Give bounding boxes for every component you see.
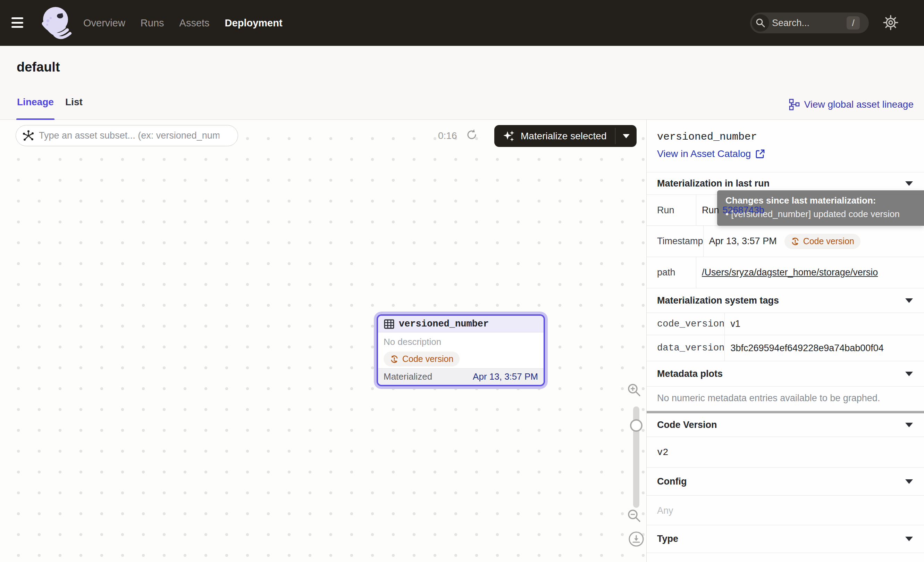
code-version-badge-label: Code version [803,236,854,246]
section-label: Code Version [657,419,717,430]
table-row-data-version: data_version 3bfc269594ef649228e9a74bab0… [646,335,924,361]
code-version-badge-label: Code version [402,354,453,364]
config-value-row: Any [646,495,924,525]
materialized-status: Materialized [384,371,432,382]
tag-key: data_version [646,335,725,361]
asset-node-body: No description Code version [378,332,544,367]
run-id-link[interactable]: 5268743b [723,205,764,216]
section-metadata-plots[interactable]: Metadata plots [646,361,924,386]
section-materialization-system-tags[interactable]: Materialization system tags [646,288,924,313]
zoom-in-button[interactable] [626,382,642,398]
run-row-label: Run [646,195,696,225]
section-label: Type [657,533,678,544]
table-row-timestamp: Timestamp Apr 13, 3:57 PM Code version [646,225,924,257]
tag-value: v1 [725,313,924,335]
code-version-value-row: v2 [646,437,924,467]
download-image-button[interactable] [628,531,644,547]
asset-node-name: versioned_number [399,319,489,329]
path-link[interactable]: /Users/sryza/dagster_home/storage/versio [702,267,878,278]
materialize-selected-button[interactable]: Materialize selected [494,125,637,147]
code-version-value: v2 [657,447,924,458]
section-label: Materialization system tags [657,295,779,306]
search-input[interactable] [772,18,834,29]
dagster-logo-icon[interactable] [39,6,75,41]
top-nav: Overview Runs Assets Deployment / [0,0,924,46]
hamburger-menu-icon[interactable] [12,17,23,28]
section-code-version[interactable]: Code Version [646,413,924,437]
type-row-bottom-border [646,553,924,553]
asset-node-versioned-number[interactable]: versioned_number No description Code ver… [376,314,545,386]
run-prefix: Run [702,205,719,216]
external-link-icon [755,149,765,159]
code-version-badge[interactable]: Code version [384,352,460,367]
tabs-bar: Lineage List View global asset lineage [0,90,924,120]
chevron-down-icon[interactable] [905,181,913,186]
section-type[interactable]: Type [646,525,924,553]
tag-key: code_version [646,313,725,335]
config-value: Any [657,505,924,516]
panel-asset-name: versioned_number [657,131,757,143]
chevron-down-icon[interactable] [905,423,913,427]
panel-section-divider [646,411,924,413]
nav-item-deployment[interactable]: Deployment [225,17,282,29]
lineage-canvas[interactable]: 0:16 Materialize selected versioned_numb… [0,120,646,562]
global-lineage-label: View global asset lineage [804,99,914,110]
run-row-value: Run 5268743b [696,195,924,225]
asset-subset-filter[interactable] [16,125,238,146]
table-icon [384,319,394,330]
path-row-label: path [646,257,696,288]
tab-lineage[interactable]: Lineage [17,96,54,108]
section-label: Config [657,476,687,487]
tab-list[interactable]: List [65,96,82,108]
metadata-empty-text: No numeric metadata entries available to… [657,393,880,404]
refresh-countdown: 0:16 [438,130,457,141]
op-selector-icon [22,129,35,142]
nav-item-runs[interactable]: Runs [141,17,164,29]
section-label: Metadata plots [657,368,723,379]
chevron-down-icon[interactable] [905,536,913,541]
materialize-dropdown-button[interactable] [615,125,637,147]
metadata-empty-row: No numeric metadata entries available to… [646,386,924,411]
page-header: default Asset Group in vanilla_asset_wit… [0,46,924,90]
asset-detail-panel: versioned_number View in Asset Catalog M… [646,120,924,562]
table-row-code-version: code_version v1 [646,313,924,335]
view-in-asset-catalog-link[interactable]: View in Asset Catalog [657,148,765,159]
sparkle-icon [502,129,516,143]
asset-node-header: versioned_number [378,316,544,332]
table-row-run: Run Run 5268743b [646,194,924,225]
settings-gear-icon[interactable] [883,15,898,30]
nav-items: Overview Runs Assets Deployment [83,0,282,46]
table-row-path: path /Users/sryza/dagster_home/storage/v… [646,257,924,288]
asset-subset-input[interactable] [39,130,219,141]
page-title: default [16,60,60,75]
asset-node-footer: Materialized Apr 13, 3:57 PM [378,368,544,385]
view-global-asset-lineage-link[interactable]: View global asset lineage [788,99,914,110]
section-label: Materialization in last run [657,178,770,189]
nav-item-assets[interactable]: Assets [180,17,210,29]
materialized-timestamp-link[interactable]: Apr 13, 3:57 PM [473,371,538,382]
refresh-icon[interactable] [465,128,478,141]
code-version-cycle-icon [390,355,399,364]
chevron-down-icon[interactable] [905,298,913,303]
zoom-slider-handle[interactable] [630,419,642,432]
search-shortcut-badge: / [847,17,860,30]
catalog-link-label: View in Asset Catalog [657,148,751,159]
zoom-out-button[interactable] [626,508,642,524]
materialize-label: Materialize selected [520,131,606,142]
code-version-cycle-icon [791,237,800,246]
chevron-down-icon[interactable] [905,479,913,484]
search-box[interactable]: / [750,12,869,33]
tag-value: 3bfc269594ef649228e9a74bab00f04 [725,335,924,361]
timestamp-row-value: Apr 13, 3:57 PM Code version [704,226,924,257]
lineage-graph-icon [788,99,800,110]
chevron-down-icon[interactable] [905,372,913,376]
nav-item-overview[interactable]: Overview [83,17,125,29]
section-config[interactable]: Config [646,467,924,495]
asset-node-description: No description [384,337,538,347]
code-version-badge[interactable]: Code version [784,234,861,249]
search-icon [752,14,769,32]
timestamp-row-label: Timestamp [646,226,704,257]
